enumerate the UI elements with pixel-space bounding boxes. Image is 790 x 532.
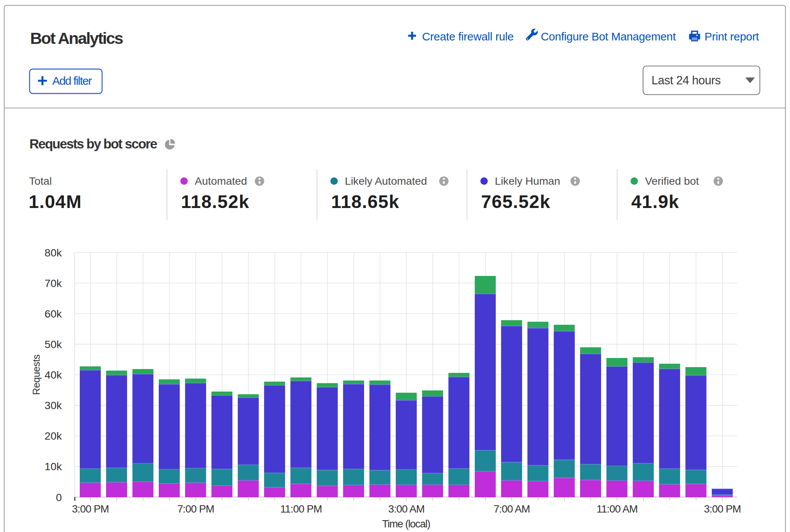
svg-text:70k: 70k — [45, 277, 62, 289]
svg-text:Add filter: Add filter — [52, 74, 92, 87]
svg-text:3:00 PM: 3:00 PM — [72, 503, 109, 515]
svg-text:Requests: Requests — [31, 355, 42, 395]
svg-text:Total: Total — [29, 175, 52, 187]
svg-text:1.04M: 1.04M — [29, 192, 82, 212]
svg-text:118.65k: 118.65k — [331, 192, 399, 212]
svg-text:Automated: Automated — [195, 175, 247, 187]
svg-text:41.9k: 41.9k — [631, 192, 679, 212]
svg-text:Verified bot: Verified bot — [645, 175, 699, 187]
svg-text:Time (local): Time (local) — [382, 518, 430, 530]
svg-text:765.52k: 765.52k — [481, 192, 550, 212]
svg-text:3:00 AM: 3:00 AM — [388, 503, 424, 515]
svg-text:11:00 AM: 11:00 AM — [597, 503, 638, 515]
svg-text:50k: 50k — [45, 339, 62, 350]
svg-text:Bot Analytics: Bot Analytics — [30, 29, 123, 47]
svg-text:Requests by bot score: Requests by bot score — [29, 136, 157, 151]
svg-text:7:00 AM: 7:00 AM — [493, 503, 530, 515]
svg-text:20k: 20k — [45, 430, 62, 442]
svg-text:Likely Automated: Likely Automated — [345, 175, 427, 187]
svg-text:11:00 PM: 11:00 PM — [280, 503, 322, 515]
svg-text:Last 24 hours: Last 24 hours — [651, 74, 721, 87]
svg-text:7:00 PM: 7:00 PM — [177, 503, 214, 515]
svg-text:3:00 PM: 3:00 PM — [704, 503, 741, 515]
svg-text:Likely Human: Likely Human — [495, 175, 560, 187]
svg-text:80k: 80k — [45, 247, 62, 259]
svg-text:0: 0 — [56, 492, 62, 503]
svg-text:10k: 10k — [45, 461, 62, 472]
svg-text:60k: 60k — [45, 308, 62, 320]
svg-text:30k: 30k — [45, 400, 62, 411]
svg-text:118.52k: 118.52k — [181, 192, 249, 212]
svg-text:Print report: Print report — [705, 30, 759, 43]
svg-text:40k: 40k — [45, 369, 62, 381]
svg-text:Create firewall rule: Create firewall rule — [422, 30, 514, 43]
svg-text:Configure Bot Management: Configure Bot Management — [541, 30, 676, 43]
